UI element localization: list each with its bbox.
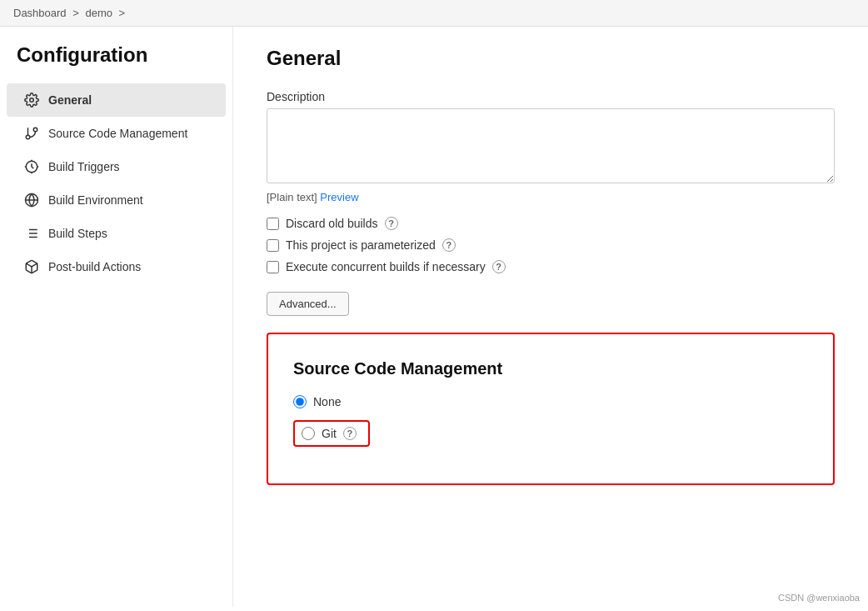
breadcrumb: Dashboard > demo >	[0, 0, 868, 27]
parameterized-checkbox[interactable]	[267, 239, 279, 252]
breadcrumb-demo[interactable]: demo	[85, 7, 112, 19]
page-title: General	[267, 47, 835, 70]
radio-none: None	[293, 395, 808, 408]
sidebar-item-build-environment[interactable]: Build Environment	[7, 183, 226, 217]
sidebar-item-build-environment-label: Build Environment	[48, 193, 143, 207]
radio-git-row: Git ?	[293, 420, 808, 447]
discard-old-checkbox[interactable]	[267, 218, 279, 230]
sidebar-item-post-build-label: Post-build Actions	[48, 260, 141, 273]
gear-icon	[23, 92, 40, 108]
radio-git-input[interactable]	[302, 427, 315, 440]
concurrent-label: Execute concurrent builds if necessary	[286, 260, 486, 273]
advanced-button[interactable]: Advanced...	[267, 292, 349, 316]
description-label: Description	[267, 90, 835, 103]
radio-none-input[interactable]	[293, 395, 307, 408]
discard-old-label: Discard old builds	[286, 217, 378, 230]
git-option-box: Git ?	[293, 420, 370, 447]
clock-icon	[23, 158, 40, 175]
svg-point-3	[26, 135, 30, 139]
concurrent-checkbox[interactable]	[267, 261, 279, 273]
scm-section: Source Code Management None Git ?	[267, 333, 835, 485]
sidebar: Configuration General Source Code Manage…	[0, 27, 233, 607]
breadcrumb-dashboard[interactable]: Dashboard	[13, 7, 67, 19]
sidebar-item-build-steps[interactable]: Build Steps	[7, 217, 226, 250]
sidebar-item-general[interactable]: General	[7, 83, 226, 117]
sidebar-item-build-steps-label: Build Steps	[48, 227, 107, 240]
checkbox-concurrent: Execute concurrent builds if necessary ?	[267, 260, 835, 273]
svg-point-2	[33, 128, 37, 132]
sidebar-title: Configuration	[0, 43, 232, 83]
radio-git-label: Git	[322, 427, 337, 440]
concurrent-help[interactable]: ?	[492, 260, 506, 273]
discard-old-help[interactable]: ?	[385, 217, 398, 230]
branch-icon	[23, 125, 40, 142]
box-icon	[23, 258, 40, 275]
sidebar-item-build-triggers-label: Build Triggers	[48, 160, 120, 173]
globe-icon	[23, 192, 40, 208]
scm-title: Source Code Management	[293, 359, 808, 378]
sidebar-item-general-label: General	[48, 93, 92, 107]
list-icon	[23, 225, 40, 242]
main-content: General Description [Plain text] Preview…	[233, 27, 868, 607]
watermark: CSDN @wenxiaoba	[778, 593, 860, 603]
sidebar-item-build-triggers[interactable]: Build Triggers	[7, 150, 226, 183]
plain-text-row: [Plain text] Preview	[267, 191, 835, 203]
plain-text-label: [Plain text]	[267, 191, 317, 203]
preview-link[interactable]: Preview	[320, 191, 358, 203]
checkbox-discard-old: Discard old builds ?	[267, 217, 835, 230]
checkbox-parameterized: This project is parameterized ?	[267, 238, 835, 252]
parameterized-label: This project is parameterized	[286, 238, 436, 252]
parameterized-help[interactable]: ?	[442, 238, 456, 252]
sidebar-item-source-code-label: Source Code Management	[48, 127, 187, 140]
description-input[interactable]	[267, 108, 835, 183]
sidebar-item-source-code[interactable]: Source Code Management	[7, 117, 226, 150]
sidebar-item-post-build[interactable]: Post-build Actions	[7, 250, 226, 283]
radio-none-label: None	[313, 395, 341, 408]
svg-point-0	[30, 98, 34, 103]
git-help[interactable]: ?	[343, 427, 357, 440]
